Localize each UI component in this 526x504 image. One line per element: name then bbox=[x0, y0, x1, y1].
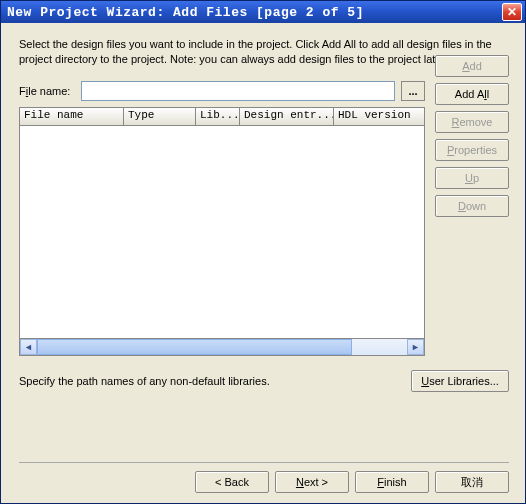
close-icon: ✕ bbox=[507, 5, 517, 19]
back-button[interactable]: < Back bbox=[195, 471, 269, 493]
col-type[interactable]: Type bbox=[124, 108, 196, 125]
footer-separator bbox=[19, 462, 509, 463]
file-panel: File name: ... File name Type Lib... Des… bbox=[19, 81, 425, 356]
scroll-track[interactable] bbox=[37, 339, 407, 355]
file-table-header: File name Type Lib... Design entr... HDL… bbox=[19, 107, 425, 125]
remove-button[interactable]: Remove bbox=[435, 111, 509, 133]
next-button[interactable]: Next > bbox=[275, 471, 349, 493]
file-name-input[interactable] bbox=[81, 81, 395, 101]
scroll-right-button[interactable]: ► bbox=[407, 339, 424, 355]
down-button[interactable]: Down bbox=[435, 195, 509, 217]
col-lib[interactable]: Lib... bbox=[196, 108, 240, 125]
add-all-button[interactable]: Add All bbox=[435, 83, 509, 105]
close-button[interactable]: ✕ bbox=[502, 3, 522, 21]
horizontal-scrollbar[interactable]: ◄ ► bbox=[19, 339, 425, 356]
wizard-window: New Project Wizard: Add Files [page 2 of… bbox=[0, 0, 526, 504]
window-title: New Project Wizard: Add Files [page 2 of… bbox=[7, 5, 502, 20]
col-hdl-version[interactable]: HDL version bbox=[334, 108, 424, 125]
up-button[interactable]: Up bbox=[435, 167, 509, 189]
cancel-button[interactable]: 取消 bbox=[435, 471, 509, 493]
col-file-name[interactable]: File name bbox=[20, 108, 124, 125]
footer-buttons: < Back Next > Finish 取消 bbox=[19, 471, 509, 495]
file-name-row: File name: ... bbox=[19, 81, 425, 101]
chevron-right-icon: ► bbox=[411, 342, 420, 352]
title-bar: New Project Wizard: Add Files [page 2 of… bbox=[1, 1, 525, 23]
file-table-body bbox=[19, 125, 425, 339]
finish-button[interactable]: Finish bbox=[355, 471, 429, 493]
libraries-row: Specify the path names of any non-defaul… bbox=[19, 370, 509, 392]
file-name-label: File name: bbox=[19, 85, 75, 97]
libraries-text: Specify the path names of any non-defaul… bbox=[19, 375, 399, 387]
properties-button[interactable]: Properties bbox=[435, 139, 509, 161]
scroll-thumb[interactable] bbox=[37, 339, 352, 355]
scroll-left-button[interactable]: ◄ bbox=[20, 339, 37, 355]
main-row: File name: ... File name Type Lib... Des… bbox=[19, 81, 509, 356]
side-button-column: Add Add All Remove Properties Up Down bbox=[435, 55, 509, 356]
content-area: Select the design files you want to incl… bbox=[1, 23, 525, 503]
col-design-entry[interactable]: Design entr... bbox=[240, 108, 334, 125]
chevron-left-icon: ◄ bbox=[24, 342, 33, 352]
browse-button[interactable]: ... bbox=[401, 81, 425, 101]
user-libraries-button[interactable]: User Libraries... bbox=[411, 370, 509, 392]
add-button[interactable]: Add bbox=[435, 55, 509, 77]
